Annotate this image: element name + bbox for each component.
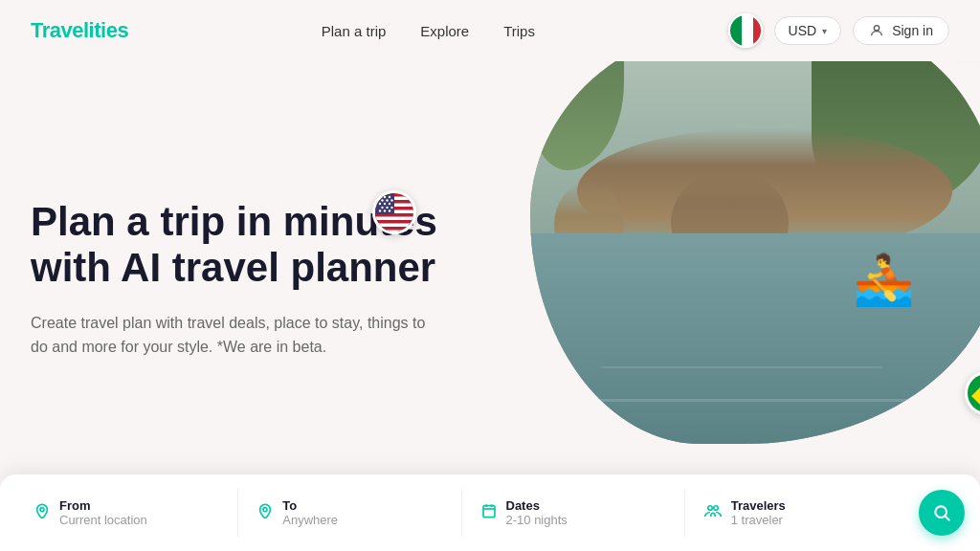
svg-line-44 [946, 517, 950, 521]
svg-point-13 [379, 196, 381, 198]
search-button[interactable] [919, 490, 965, 536]
header-actions: USD ▾ Sign in [728, 13, 949, 48]
sign-in-label: Sign in [892, 23, 933, 38]
svg-point-23 [386, 207, 388, 209]
svg-point-24 [390, 207, 392, 209]
svg-point-43 [935, 506, 947, 518]
search-icon [932, 503, 951, 522]
svg-rect-10 [375, 224, 416, 228]
travelers-label: Travelers [731, 498, 786, 513]
svg-point-21 [389, 203, 390, 205]
sign-in-button[interactable]: Sign in [853, 16, 949, 45]
svg-point-36 [263, 508, 267, 512]
svg-point-17 [386, 199, 388, 201]
to-field[interactable]: To Anywhere [238, 489, 461, 537]
from-label: From [59, 498, 147, 513]
svg-rect-1 [742, 15, 753, 48]
svg-point-26 [384, 209, 386, 211]
currency-label: USD [789, 23, 817, 38]
location-to-icon [257, 503, 273, 522]
dates-field-content: Dates 2-10 nights [506, 498, 568, 527]
search-bar: From Current location To Anywhere [0, 474, 980, 551]
logo: Travelities [31, 18, 128, 43]
travelers-field-content: Travelers 1 traveler [731, 498, 786, 527]
usa-flag-overlay [372, 190, 416, 234]
hero-section: Plan a trip in minutes with AI travel pl… [0, 80, 501, 478]
hero-subtitle: Create travel plan with travel deals, pl… [31, 311, 433, 360]
svg-point-4 [875, 26, 880, 31]
blob-bg: 🚣 [530, 23, 980, 444]
chevron-down-icon: ▾ [822, 26, 827, 36]
svg-rect-9 [375, 217, 416, 221]
nav-plan-trip[interactable]: Plan a trip [322, 23, 387, 39]
main-content: Plan a trip in minutes with AI travel pl… [0, 61, 980, 478]
svg-point-25 [379, 209, 381, 211]
svg-point-14 [384, 196, 386, 198]
nav-explore[interactable]: Explore [420, 23, 469, 39]
svg-point-22 [381, 207, 383, 209]
to-label: To [282, 498, 338, 513]
location-from-icon [34, 503, 50, 522]
user-icon [869, 23, 884, 38]
calendar-icon [481, 503, 497, 522]
nav-trips[interactable]: Trips [503, 23, 535, 39]
from-field[interactable]: From Current location [15, 489, 238, 537]
to-field-content: To Anywhere [282, 498, 338, 527]
svg-point-41 [708, 506, 713, 511]
svg-point-15 [389, 196, 390, 198]
main-nav: Plan a trip Explore Trips [322, 23, 535, 39]
svg-rect-0 [730, 15, 742, 48]
svg-point-16 [381, 199, 383, 201]
svg-point-35 [40, 508, 44, 512]
svg-point-19 [379, 203, 381, 205]
dates-label: Dates [506, 498, 568, 513]
language-flag [728, 13, 763, 48]
svg-rect-2 [753, 15, 763, 48]
svg-point-18 [390, 199, 392, 201]
dates-value: 2-10 nights [506, 513, 568, 527]
to-value: Anywhere [282, 513, 338, 527]
travelers-field[interactable]: Travelers 1 traveler [685, 489, 907, 537]
svg-point-42 [714, 506, 719, 511]
hero-image-area: 🚣 [501, 80, 980, 478]
svg-rect-37 [483, 506, 495, 518]
header: Travelities Plan a trip Explore Trips US… [0, 0, 980, 61]
blob-container: 🚣 [530, 23, 980, 444]
from-value: Current location [59, 513, 147, 527]
hero-image: 🚣 [530, 23, 980, 444]
dates-field[interactable]: Dates 2-10 nights [462, 489, 685, 537]
travelers-value: 1 traveler [731, 513, 786, 527]
currency-selector[interactable]: USD ▾ [774, 16, 842, 45]
from-field-content: From Current location [59, 498, 147, 527]
travelers-icon [704, 503, 722, 522]
svg-point-27 [389, 209, 390, 211]
svg-point-20 [384, 203, 386, 205]
